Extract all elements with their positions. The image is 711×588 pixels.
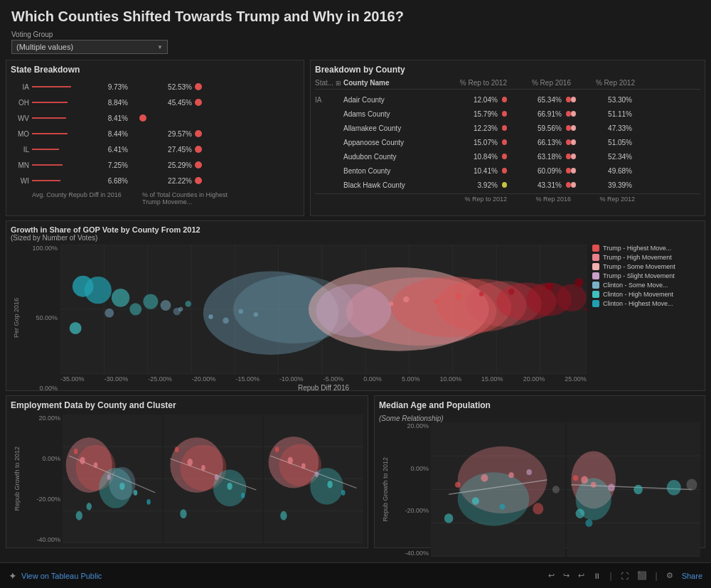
voting-group-select[interactable]: (Multiple values) ▼ [11,40,168,54]
legend-color-5 [592,291,599,298]
svg-point-77 [175,447,179,452]
sb-row: IA 9.73% 52.53% [11,79,299,95]
redo-icon[interactable]: ↪ [563,571,570,580]
cb-val3-1: 51.11% [577,110,635,118]
cb-dot2-2 [566,125,571,131]
scatter-section: Growth in Share of GOP Vote by County Fr… [6,220,705,391]
view-on-tableau-link[interactable]: View on Tableau Public [21,572,102,580]
median-title: Median Age and Population [379,400,700,410]
cb-header-county: County Name [343,79,443,87]
legend-color-1 [592,254,599,261]
legend-color-4 [592,282,599,289]
svg-point-106 [455,482,461,488]
cb-header-val1: % Rep to 2012 [443,79,507,87]
cb-val1-1: 15.79% [443,110,501,118]
scatter-content: Per Gop 2016 100.00% 50.00% 0.00% [11,245,700,392]
bottom-section: Employment Data by County and Cluster Re… [6,395,705,548]
download-icon[interactable]: ⬛ [637,571,647,580]
employment-plot-white: 80 60 40 20 0 White Employment [63,415,162,543]
svg-point-34 [208,314,213,319]
svg-point-129 [575,508,584,518]
svg-point-124 [590,482,596,488]
scatter-xlabel: Repub Diff 2016 [60,384,587,392]
state-breakdown-panel: State Breakdown IA 9.73% 52.53% OH 8.84% [6,60,304,216]
svg-point-111 [500,504,506,510]
svg-point-114 [552,486,560,493]
svg-point-81 [227,483,232,490]
svg-point-130 [585,519,592,527]
svg-point-20 [105,309,114,318]
share-icon[interactable]: ⚙ [666,571,673,580]
sb-pct2-6: 22.22% [149,177,192,185]
sb-bar-container-1 [32,102,89,103]
legend-label-6: Clinton - Highest Move... [603,300,673,307]
pause-icon[interactable]: ⏸ [593,572,601,580]
state-breakdown-table: IA 9.73% 52.53% OH 8.84% 45.45% [11,79,299,188]
cb-val2-3: 66.13% [507,139,565,146]
scatter-ytick-50: 50.00% [36,314,58,321]
svg-point-83 [180,509,186,518]
employment-section: Employment Data by County and Cluster Re… [6,395,368,548]
sb-bar-5 [32,164,63,166]
sb-pct2-3: 29.57% [149,130,192,138]
fullscreen-icon[interactable]: ⛶ [621,572,629,580]
cb-dot2-3 [566,139,571,145]
share-label[interactable]: Share [682,572,702,580]
top-section: State Breakdown IA 9.73% 52.53% OH 8.84% [6,60,705,216]
sb-bar-container-3 [32,133,89,134]
sb-pct1-0: 9.73% [89,83,128,91]
svg-point-33 [316,284,391,338]
svg-point-98 [281,511,287,520]
sb-row: MN 7.25% 25.29% [11,157,299,173]
employment-ylabel: Repub Growth to 2012 [14,447,21,511]
sb-bar-0 [32,86,71,87]
content-area: State Breakdown IA 9.73% 52.53% OH 8.84% [0,57,711,562]
cb-county-2: Allamakee County [343,124,443,132]
svg-point-49 [70,322,82,334]
cb-dot3-1 [571,111,576,117]
cb-state-0: IA [315,96,343,104]
cb-val2-0: 65.34% [507,96,565,104]
svg-point-17 [112,289,129,307]
cb-val3-5: 49.68% [577,167,635,175]
cb-val2-5: 60.09% [507,167,565,175]
cb-dot2-5 [566,168,571,173]
revert-icon[interactable]: ↩ [578,571,584,580]
cb-county-1: Adams County [343,110,443,118]
svg-point-47 [574,278,584,287]
sb-bar-container-0 [32,86,89,87]
median-chart-area: Repub Growth to 2012 20.00% 0.00% -20.00… [379,422,700,557]
cb-dot3-0 [571,97,576,102]
cb-footer-val3: % Rep 2012 [571,196,635,203]
legend-item-6: Clinton - Highest Move... [592,300,700,307]
county-breakdown-rows: IA Adair County 12.04% 65.34% 53.30% Ada… [315,92,700,192]
scatter-xaxis: -35.00% -30.00% -25.00% -20.00% -15.00% … [60,374,587,383]
svg-point-93 [288,456,293,464]
svg-point-97 [341,490,346,496]
legend-label-2: Trump - Some Movement [603,263,675,270]
sb-row: WI 6.68% 22.22% [11,173,299,188]
cb-dot1-0 [502,97,507,102]
sb-pct1-2: 8.41% [89,114,128,122]
svg-point-96 [328,481,333,488]
cb-dot1-1 [502,111,507,117]
sb-state-1: OH [11,99,32,107]
svg-point-65 [134,490,138,496]
sb-dot-6 [195,177,202,184]
tableau-icon: ✦ [9,570,17,582]
cb-row: Adams County 15.79% 66.91% 51.11% [315,107,700,121]
cb-val3-2: 47.33% [577,124,635,132]
employment-plot-male: 100 50 0 Male Employment [164,415,263,543]
scatter-ytick-0: 0.00% [39,385,58,392]
median-ylabel-container: Repub Growth to 2012 [379,422,392,557]
svg-point-107 [481,474,488,482]
cb-county-5: Benton County [343,167,443,175]
sb-dot-2 [139,114,146,122]
footer: ✦ View on Tableau Public ↩ ↪ ↩ ⏸ | ⛶ ⬛ |… [0,562,711,588]
cb-val1-2: 12.23% [443,124,501,132]
undo-icon[interactable]: ↩ [548,571,555,580]
page-title: Which Counties Shifted Towards Trump and… [11,9,700,25]
median-subtitle: (Some Relationship) [379,415,700,422]
legend-label-1: Trump - High Movement [603,254,672,261]
sb-state-0: IA [11,83,32,91]
